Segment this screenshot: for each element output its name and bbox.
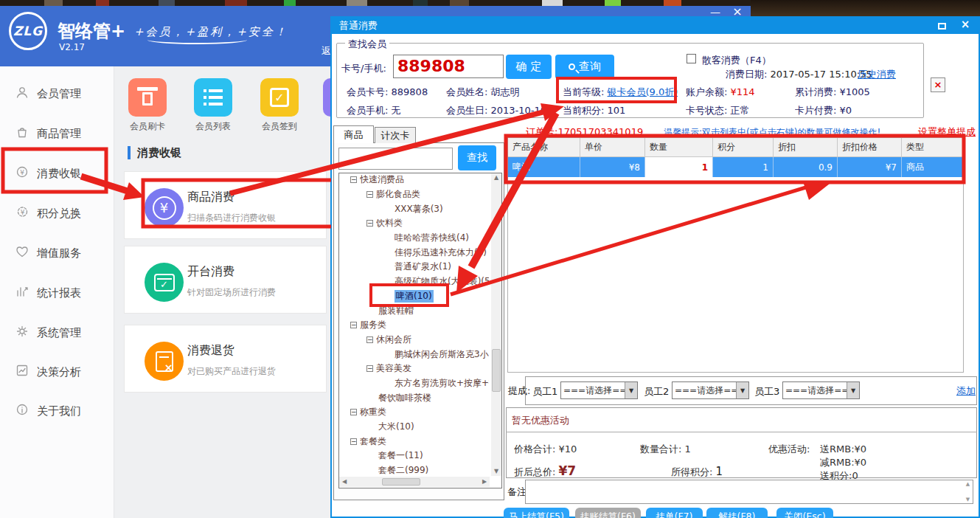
collapse-icon[interactable]: −: [366, 191, 373, 198]
cell-product-name: 啤酒: [508, 157, 580, 177]
chevron-down-icon[interactable]: ▼: [736, 382, 748, 398]
tab-count-card[interactable]: 计次卡: [375, 127, 416, 143]
sidebar-item-about[interactable]: 关于我们: [0, 398, 114, 424]
tree-item[interactable]: 佳得乐迅速补充体力(6): [395, 246, 489, 260]
app-version: V2.17: [59, 42, 85, 52]
sidebar-item-cashier[interactable]: ¥ 消费收银: [0, 161, 114, 186]
tree-item[interactable]: 高级矿物质水(大瓶装)(5): [395, 274, 489, 289]
member-checkin-button[interactable]: ✓: [260, 78, 299, 117]
settle-now-button[interactable]: 马上结算(F5): [504, 508, 569, 518]
tree-item[interactable]: −套餐类: [350, 435, 485, 449]
tree-item[interactable]: −服务类: [350, 318, 485, 332]
query-button[interactable]: 查询: [555, 55, 614, 79]
give-rmb: 送RMB:¥0: [820, 443, 866, 456]
unhold-order-button[interactable]: 解挂(F8): [706, 508, 768, 518]
member-list-button[interactable]: [194, 78, 232, 117]
section-accent-bar: [128, 146, 131, 159]
bag-icon: [15, 125, 29, 142]
table-header-row: 产品名称 单价 数量 积分 折扣 折扣价格 类型: [508, 138, 963, 157]
card-number-input[interactable]: 889808: [393, 55, 504, 78]
close-button[interactable]: 关闭(Esc): [776, 508, 833, 518]
quick-icon-partial[interactable]: [323, 78, 330, 117]
member-total-consume: 累计消费: ¥1005: [795, 86, 870, 99]
back-button-partial[interactable]: 返回: [322, 44, 330, 58]
tree-item[interactable]: 餐饮咖啡茶楼: [378, 391, 487, 405]
history-consume-link[interactable]: 历史消费: [858, 68, 896, 81]
tree-horizontal-scrollbar[interactable]: ◀ ▶: [339, 477, 490, 487]
tree-item[interactable]: −美容美发: [366, 362, 485, 376]
sidebar-item-system[interactable]: 系统管理: [0, 320, 114, 345]
clear-member-button[interactable]: ×: [931, 77, 945, 92]
tree-item[interactable]: XXX薯条(3): [395, 202, 489, 216]
tree-search-input[interactable]: [338, 148, 453, 170]
scrollbar-thumb[interactable]: [492, 349, 501, 392]
tree-item[interactable]: 普通矿泉水(1): [395, 260, 489, 274]
dialog-title: 普通消费: [339, 19, 378, 32]
tree-item[interactable]: −称重类: [350, 405, 485, 419]
dialog-maximize-icon[interactable]: [932, 18, 951, 32]
tree-item[interactable]: −饮料类: [366, 216, 485, 230]
collapse-icon[interactable]: −: [350, 322, 357, 328]
tree-item[interactable]: 套餐一(11): [378, 449, 487, 463]
list-icon: [204, 89, 206, 92]
tree-item[interactable]: 套餐二(999): [378, 463, 487, 477]
hold-order-button[interactable]: 挂单(F7): [646, 508, 703, 518]
tree-vertical-scrollbar[interactable]: ▲ ▼: [491, 173, 501, 476]
points-coin-icon: ¥: [15, 204, 29, 222]
remark-textarea[interactable]: [525, 480, 973, 504]
tree-item[interactable]: 服装鞋帽: [378, 304, 487, 318]
tree-item[interactable]: −快速消费品: [350, 173, 485, 187]
table-row[interactable]: 啤酒 ¥8 1 1 0.9 ¥7 商品: [508, 157, 963, 177]
tree-item[interactable]: 大米(10): [378, 420, 487, 434]
quick-label: 会员列表: [194, 120, 232, 133]
textarea-scroll-icons[interactable]: ▲▼: [963, 481, 973, 503]
scroll-right-icon[interactable]: ▶: [479, 477, 490, 486]
scrollbar-thumb[interactable]: [382, 478, 420, 486]
dialog-titlebar[interactable]: [330, 16, 980, 34]
cell-points: 1: [713, 157, 774, 177]
sidebar-item-points-exchange[interactable]: ¥ 积分兑换: [0, 201, 114, 226]
collapse-icon[interactable]: −: [366, 220, 373, 227]
sidebar-item-products[interactable]: 商品管理: [0, 121, 114, 146]
tree-item[interactable]: 哇哈哈营养快线(4): [395, 231, 489, 245]
sidebar-item-label: 增值服务: [37, 246, 81, 260]
card-open-table-consume[interactable]: ✓ 开台消费 针对固定场所进行消费: [124, 246, 327, 314]
set-commission-link[interactable]: 设置整单提成: [918, 126, 976, 137]
collapse-icon[interactable]: −: [366, 365, 373, 372]
scroll-up-icon[interactable]: ▲: [491, 173, 501, 182]
collapse-icon[interactable]: −: [350, 438, 357, 445]
collapse-icon[interactable]: −: [366, 336, 373, 343]
walkin-checkbox[interactable]: [687, 54, 696, 63]
sidebar-item-reports[interactable]: 统计报表: [0, 280, 114, 305]
card-title: 商品消费: [187, 190, 234, 205]
confirm-button[interactable]: 确 定: [506, 55, 552, 79]
scroll-down-icon[interactable]: ▼: [491, 467, 501, 476]
sidebar-item-value-services[interactable]: 增值服务: [0, 241, 114, 266]
collapse-icon[interactable]: −: [350, 176, 357, 183]
chevron-down-icon[interactable]: ▼: [847, 382, 859, 398]
emp2-select[interactable]: ===请选择===▼: [672, 381, 749, 399]
tree-item[interactable]: 东方名剪洗剪吹+按摩+护理: [395, 376, 489, 390]
sidebar-item-members[interactable]: 会员管理: [0, 81, 114, 106]
tree-item[interactable]: −休闲会所: [366, 333, 485, 347]
add-employee-link[interactable]: 添加: [956, 384, 976, 398]
member-swipe-card-button[interactable]: [128, 78, 167, 117]
card-title: 消费退货: [187, 343, 234, 359]
tree-item[interactable]: 鹏城休闲会所斯洛克3小时游: [395, 348, 489, 362]
tree-item-selected[interactable]: 啤酒(10): [395, 289, 434, 303]
emp1-select[interactable]: ===请选择===▼: [560, 381, 638, 399]
emp3-select[interactable]: ===请选择===▼: [782, 381, 860, 399]
sidebar-item-analysis[interactable]: 决策分析: [0, 359, 114, 384]
tab-goods[interactable]: 商品: [333, 125, 374, 143]
cell-qty-editable[interactable]: 1: [645, 157, 713, 177]
scroll-left-icon[interactable]: ◀: [339, 477, 350, 486]
tree-item[interactable]: −膨化食品类: [366, 187, 485, 201]
find-button[interactable]: 查找: [458, 145, 496, 170]
credit-settle-button[interactable]: 挂账结算(F6): [575, 508, 641, 518]
member-level-link[interactable]: 银卡会员(9.0折): [608, 86, 678, 97]
chevron-down-icon[interactable]: ▼: [625, 382, 637, 398]
card-consume-refund[interactable]: 消费退货 对已购买产品进行退货: [124, 325, 327, 393]
collapse-icon[interactable]: −: [350, 409, 357, 415]
card-goods-consume[interactable]: ¥ 商品消费 扫描条码进行消费收银: [124, 171, 327, 239]
dialog-close-icon[interactable]: ×: [956, 18, 975, 32]
